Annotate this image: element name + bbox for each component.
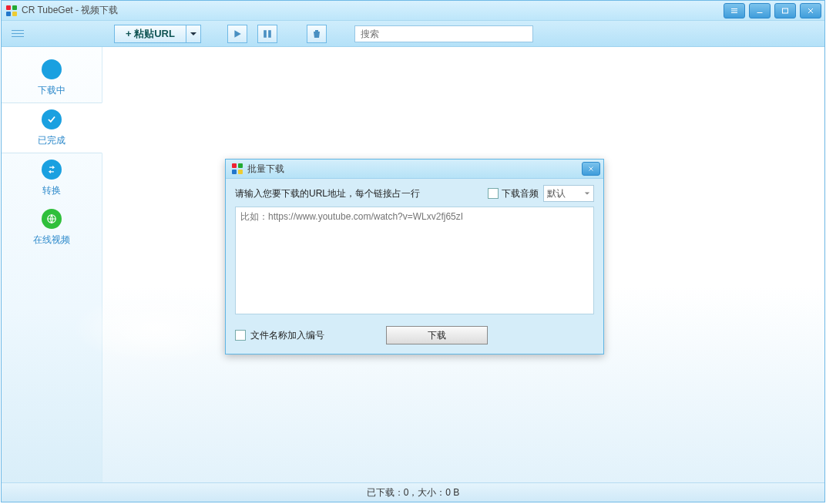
play-button[interactable]	[227, 25, 247, 43]
paste-url-split-button: + 粘贴URL	[114, 25, 201, 43]
sidebar-item-label: 转换	[42, 184, 61, 197]
sidebar-item-downloading[interactable]: 下载中	[2, 53, 102, 102]
sidebar-item-label: 已完成	[38, 134, 65, 147]
dialog-prompt: 请输入您要下载的URL地址，每个链接占一行	[235, 187, 420, 200]
sidebar-item-label: 在线视频	[33, 234, 70, 247]
window-title: CR TubeGet - 视频下载	[22, 4, 118, 17]
download-icon	[42, 59, 62, 79]
paste-url-dropdown[interactable]	[186, 25, 201, 43]
sidebar: 下载中 已完成 转换 在线视频	[2, 47, 102, 483]
chevron-down-icon	[584, 190, 590, 197]
svg-rect-1	[264, 30, 267, 38]
dialog-titlebar[interactable]: 批量下载	[226, 160, 603, 179]
bars-icon	[730, 6, 739, 15]
paste-url-button[interactable]: + 粘贴URL	[114, 25, 186, 43]
close-icon	[806, 6, 815, 15]
select-value: 默认	[547, 187, 566, 200]
app-icon	[232, 163, 243, 174]
trash-icon	[312, 29, 321, 39]
dialog-close-button[interactable]	[582, 162, 600, 176]
convert-icon	[42, 160, 62, 180]
dialog-body: 请输入您要下载的URL地址，每个链接占一行 下载音频 默认 文件名称加入编	[226, 179, 603, 354]
globe-icon	[42, 209, 62, 229]
close-button[interactable]	[800, 3, 821, 18]
checkbox-icon	[488, 188, 499, 199]
pause-button[interactable]	[257, 25, 277, 43]
svg-rect-2	[268, 30, 271, 38]
minimize-icon	[755, 6, 764, 15]
download-audio-checkbox[interactable]: 下载音频	[488, 187, 539, 200]
filename-numbering-checkbox[interactable]: 文件名称加入编号	[235, 329, 324, 342]
audio-quality-select[interactable]: 默认	[543, 185, 594, 202]
sidebar-item-completed[interactable]: 已完成	[2, 102, 102, 153]
close-icon	[587, 165, 595, 173]
sidebar-item-label: 下载中	[38, 84, 65, 97]
menu-button[interactable]	[6, 25, 29, 42]
minimize-button[interactable]	[749, 3, 771, 18]
sidebar-item-online-video[interactable]: 在线视频	[2, 203, 102, 252]
check-icon	[42, 109, 62, 129]
chevron-down-icon	[190, 30, 197, 38]
delete-button[interactable]	[307, 25, 327, 43]
app-window: CR TubeGet - 视频下载 + 粘贴URL	[1, 0, 825, 502]
sidebar-item-convert[interactable]: 转换	[2, 153, 102, 203]
checkbox-icon	[235, 330, 246, 341]
url-textarea[interactable]	[235, 207, 594, 314]
maximize-icon	[781, 6, 790, 15]
statusbar-text: 已下载：0，大小：0 B	[367, 486, 460, 499]
svg-rect-0	[783, 8, 788, 13]
app-icon	[6, 5, 17, 16]
download-audio-label: 下载音频	[502, 187, 539, 200]
titlebar: CR TubeGet - 视频下载	[2, 1, 824, 21]
help-button[interactable]	[724, 3, 745, 18]
batch-download-dialog: 批量下载 请输入您要下载的URL地址，每个链接占一行 下载音频 默认	[225, 159, 604, 354]
search-input[interactable]	[359, 28, 529, 40]
maximize-button[interactable]	[774, 3, 796, 18]
pause-icon	[263, 29, 272, 39]
filename-numbering-label: 文件名称加入编号	[250, 329, 324, 342]
statusbar: 已下载：0，大小：0 B	[2, 482, 824, 502]
search-box[interactable]	[354, 25, 533, 42]
dialog-title: 批量下载	[247, 163, 284, 176]
toolbar: + 粘贴URL	[2, 21, 824, 47]
play-icon	[233, 29, 242, 39]
window-controls	[724, 3, 821, 18]
download-button[interactable]: 下载	[386, 326, 488, 344]
